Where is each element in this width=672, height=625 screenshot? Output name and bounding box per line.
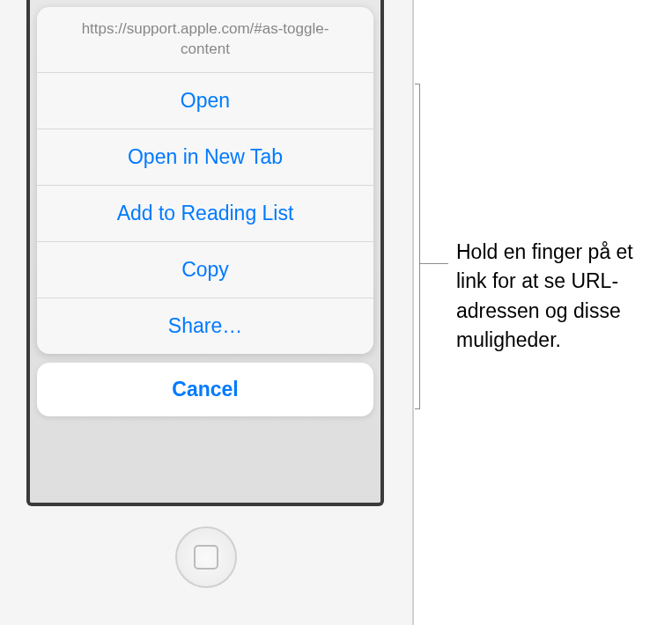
url-header: https://support.apple.com/#as-toggle-con… xyxy=(37,7,373,73)
screen-content: https://support.apple.com/#as-toggle-con… xyxy=(30,0,380,503)
cancel-button[interactable]: Cancel xyxy=(37,363,373,416)
device-screen: https://support.apple.com/#as-toggle-con… xyxy=(26,0,384,506)
callout-tick-top xyxy=(415,84,420,85)
callout-connector xyxy=(420,263,448,264)
open-button[interactable]: Open xyxy=(37,73,373,129)
device-frame: https://support.apple.com/#as-toggle-con… xyxy=(0,0,414,625)
action-sheet: https://support.apple.com/#as-toggle-con… xyxy=(37,7,373,354)
callout-tick-bottom xyxy=(415,408,420,409)
copy-button[interactable]: Copy xyxy=(37,242,373,298)
callout-bracket xyxy=(419,84,420,409)
share-button[interactable]: Share… xyxy=(37,298,373,354)
open-new-tab-button[interactable]: Open in New Tab xyxy=(37,129,373,186)
home-button[interactable] xyxy=(175,526,237,588)
callout-text: Hold en finger på et link for at se URL-… xyxy=(456,238,668,355)
add-reading-list-button[interactable]: Add to Reading List xyxy=(37,186,373,242)
